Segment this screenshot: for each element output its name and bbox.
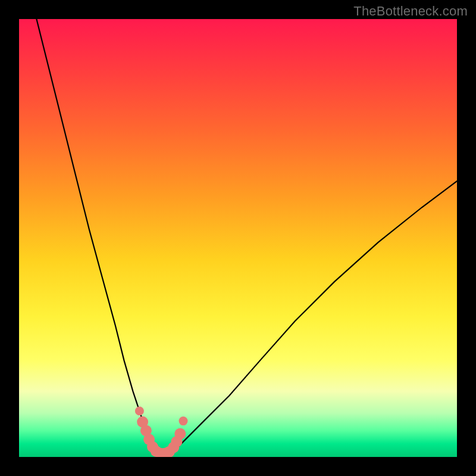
bottleneck-curve xyxy=(36,19,457,457)
chart-frame: TheBottleneck.com xyxy=(0,0,476,476)
highlight-dot xyxy=(174,428,186,440)
curve-layer xyxy=(19,19,457,457)
watermark-text: TheBottleneck.com xyxy=(353,4,468,19)
highlight-dot xyxy=(179,416,188,425)
highlight-dot xyxy=(135,406,144,415)
highlight-dots-group xyxy=(135,406,188,457)
plot-area xyxy=(19,19,457,457)
